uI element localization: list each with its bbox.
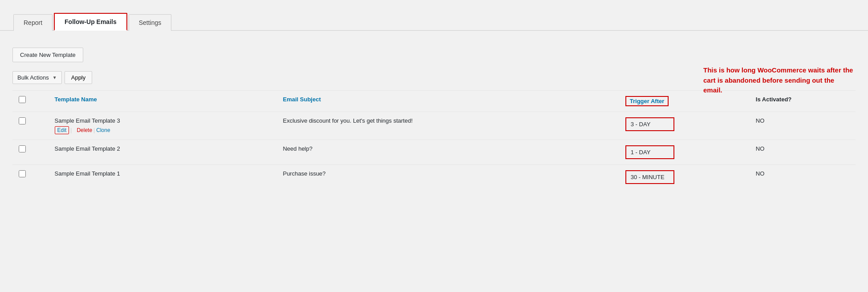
row2-trigger-cell: 1 - DAY (619, 140, 750, 165)
row3-trigger-cell: 30 - MINUTE (619, 165, 750, 190)
row3-trigger-value: 30 - MINUTE (625, 170, 674, 184)
tab-follow-up-emails[interactable]: Follow-Up Emails (54, 13, 127, 31)
apply-button[interactable]: Apply (65, 71, 93, 84)
row3-activated-cell: NO (750, 165, 856, 190)
tab-content: Create New Template Bulk Actions ▼ Apply… (0, 39, 868, 205)
templates-table: Template Name Email Subject Trigger Afte… (12, 90, 856, 189)
bulk-actions-label: Bulk Actions (17, 74, 49, 81)
tab-settings[interactable]: Settings (129, 14, 172, 31)
table-row: Sample Email Template 3 Edit | Delete | … (12, 112, 856, 140)
annotation-callout: This is how long WooCommerce waits after… (703, 65, 855, 96)
row1-trigger-value: 3 - DAY (625, 117, 674, 131)
table-row: Sample Email Template 1 Purchase issue? … (12, 165, 856, 190)
th-template-name[interactable]: Template Name (49, 91, 277, 112)
tabs-bar: Report Follow-Up Emails Settings (0, 4, 868, 31)
row1-delete-link[interactable]: Delete (77, 127, 92, 133)
row1-template-name: Sample Email Template 3 (55, 117, 271, 124)
row2-checkbox-cell (12, 140, 49, 165)
bulk-actions-select[interactable]: Bulk Actions ▼ (12, 71, 62, 84)
row1-sep1: | (70, 127, 72, 133)
th-checkbox (12, 91, 49, 112)
bulk-actions-arrow-icon: ▼ (53, 75, 57, 80)
row2-checkbox[interactable] (19, 145, 26, 152)
row2-subject-cell: Need help? (276, 140, 619, 165)
row1-checkbox[interactable] (19, 117, 26, 124)
tab-report[interactable]: Report (13, 14, 53, 31)
row1-trigger-cell: 3 - DAY (619, 112, 750, 140)
th-email-subject[interactable]: Email Subject (276, 91, 619, 112)
row1-activated-cell: NO (750, 112, 856, 140)
row2-name-cell: Sample Email Template 2 (49, 140, 277, 165)
row3-checkbox[interactable] (19, 170, 26, 177)
row1-name-cell: Sample Email Template 3 Edit | Delete | … (49, 112, 277, 140)
row1-subject-cell: Exclusive discount for you. Let's get th… (276, 112, 619, 140)
select-all-checkbox[interactable] (19, 96, 26, 103)
row1-edit-link[interactable]: Edit (55, 126, 69, 134)
row1-actions: Edit | Delete | Clone (55, 126, 271, 134)
trigger-after-header-box: Trigger After (625, 96, 669, 106)
row3-name-cell: Sample Email Template 1 (49, 165, 277, 190)
row2-trigger-value: 1 - DAY (625, 145, 674, 159)
create-new-template-button[interactable]: Create New Template (12, 48, 83, 62)
row2-activated-cell: NO (750, 140, 856, 165)
row3-subject-cell: Purchase issue? (276, 165, 619, 190)
row1-checkbox-cell (12, 112, 49, 140)
row1-sep2: | (93, 127, 95, 133)
annotation-text: This is how long WooCommerce waits after… (703, 65, 855, 96)
page-wrapper: Report Follow-Up Emails Settings Create … (0, 0, 868, 292)
table-row: Sample Email Template 2 Need help? 1 - D… (12, 140, 856, 165)
row1-clone-link[interactable]: Clone (96, 127, 110, 133)
row3-checkbox-cell (12, 165, 49, 190)
